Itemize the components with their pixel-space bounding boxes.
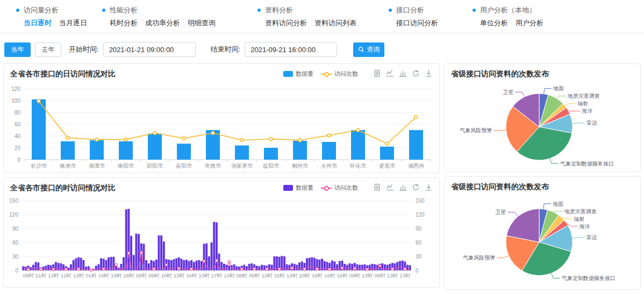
bar[interactable]: [233, 264, 235, 270]
line-point[interactable]: [27, 268, 30, 271]
line-point[interactable]: [140, 252, 143, 254]
bar[interactable]: [396, 262, 398, 270]
line-point[interactable]: [298, 139, 302, 142]
line-point[interactable]: [240, 139, 244, 142]
line-point[interactable]: [253, 268, 256, 270]
line-point[interactable]: [327, 134, 331, 137]
save-image-icon[interactable]: [425, 183, 433, 191]
bar[interactable]: [82, 260, 84, 270]
line-point[interactable]: [291, 267, 294, 269]
bar[interactable]: [394, 263, 396, 270]
bar[interactable]: [160, 235, 162, 270]
line-point[interactable]: [341, 267, 344, 269]
data-view-icon[interactable]: [373, 69, 381, 77]
bar[interactable]: [283, 256, 285, 270]
bar[interactable]: [135, 234, 137, 270]
switch-line-chart-icon[interactable]: [386, 183, 394, 191]
bar[interactable]: [198, 260, 200, 270]
bar[interactable]: [127, 209, 130, 270]
save-image-icon[interactable]: [425, 69, 433, 77]
bar[interactable]: [301, 262, 303, 270]
bar[interactable]: [130, 236, 132, 270]
legend-item-data-volume[interactable]: 数据量: [283, 184, 313, 192]
bar[interactable]: [138, 234, 140, 270]
query-button[interactable]: 查询: [353, 42, 384, 57]
bar[interactable]: [203, 244, 205, 270]
line-point[interactable]: [366, 268, 369, 271]
bar[interactable]: [42, 267, 45, 270]
bar[interactable]: [311, 257, 313, 270]
line-point[interactable]: [328, 268, 331, 271]
line-point[interactable]: [278, 268, 281, 270]
bar[interactable]: [322, 142, 336, 160]
start-time-input[interactable]: [103, 42, 196, 57]
line-point[interactable]: [303, 268, 306, 270]
nav-item[interactable]: 耗时分析: [110, 19, 138, 27]
bar[interactable]: [80, 258, 82, 270]
line-point[interactable]: [103, 268, 105, 270]
end-time-input[interactable]: [245, 42, 337, 57]
bar[interactable]: [371, 264, 374, 270]
nav-item[interactable]: 接口访问分析: [396, 19, 438, 27]
bar[interactable]: [294, 264, 296, 270]
bar[interactable]: [61, 141, 75, 160]
legend-item-visit-count[interactable]: 访问次数: [321, 70, 358, 78]
bar[interactable]: [351, 264, 353, 270]
bar[interactable]: [125, 209, 127, 270]
this-year-button[interactable]: 当年: [4, 42, 31, 57]
line-point[interactable]: [385, 142, 389, 145]
line-point[interactable]: [354, 267, 356, 270]
line-point[interactable]: [228, 261, 231, 263]
bar[interactable]: [100, 258, 102, 270]
bar[interactable]: [268, 264, 270, 270]
bar[interactable]: [50, 265, 52, 270]
line-point[interactable]: [316, 268, 319, 270]
line-point[interactable]: [165, 263, 168, 266]
nav-item[interactable]: 明细查询: [188, 19, 216, 27]
nav-item[interactable]: 当日逐时: [24, 19, 52, 27]
line-point[interactable]: [216, 260, 218, 262]
bar[interactable]: [32, 265, 34, 270]
bar[interactable]: [177, 144, 191, 160]
bar[interactable]: [70, 264, 72, 270]
legend-item-visit-count[interactable]: 访问次数: [321, 184, 358, 192]
bar[interactable]: [90, 140, 104, 160]
bar[interactable]: [213, 222, 215, 270]
bar[interactable]: [35, 262, 37, 270]
bar[interactable]: [175, 258, 177, 270]
restore-icon[interactable]: [412, 69, 420, 77]
line-point[interactable]: [190, 268, 193, 270]
bar[interactable]: [264, 148, 278, 160]
line-point[interactable]: [203, 260, 205, 262]
bar[interactable]: [399, 261, 401, 270]
bar[interactable]: [293, 141, 307, 160]
line-point[interactable]: [153, 132, 156, 135]
bar[interactable]: [374, 264, 376, 270]
restore-icon[interactable]: [412, 183, 420, 191]
nav-item[interactable]: 资料访问列表: [314, 19, 356, 27]
bar[interactable]: [235, 146, 249, 160]
bar[interactable]: [380, 147, 394, 160]
bar[interactable]: [364, 264, 366, 270]
line-point[interactable]: [182, 137, 185, 140]
line-point[interactable]: [37, 99, 40, 103]
line-point[interactable]: [378, 264, 381, 267]
line-point[interactable]: [124, 138, 127, 141]
bar[interactable]: [163, 241, 165, 270]
line-point[interactable]: [211, 132, 214, 135]
line-point[interactable]: [77, 268, 80, 270]
line-point[interactable]: [115, 263, 118, 266]
bar[interactable]: [145, 260, 147, 270]
bar[interactable]: [32, 99, 46, 160]
last-year-button[interactable]: 去年: [35, 42, 61, 57]
line-point[interactable]: [240, 268, 243, 270]
bar[interactable]: [85, 267, 87, 270]
line-point[interactable]: [356, 128, 360, 132]
switch-line-chart-icon[interactable]: [386, 69, 394, 77]
data-view-icon[interactable]: [373, 183, 381, 191]
bar[interactable]: [251, 263, 253, 270]
nav-item[interactable]: 单位分析: [480, 19, 508, 27]
switch-bar-chart-icon[interactable]: [399, 69, 407, 77]
bar[interactable]: [409, 130, 423, 160]
switch-bar-chart-icon[interactable]: [399, 183, 407, 191]
